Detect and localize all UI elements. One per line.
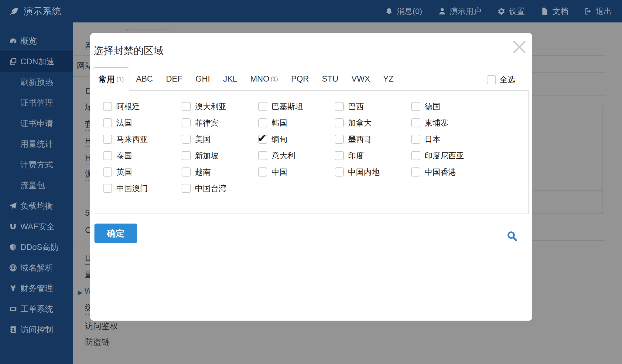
sidebar-subitem-证书申请[interactable]: 证书申请 [0,113,73,134]
sidebar-item-工单系统[interactable]: 工单系统 [0,299,73,319]
sidebar-subitem-证书管理[interactable]: 证书管理 [0,93,73,113]
sidebar-subitem-刷新预热[interactable]: 刷新预热 [0,72,73,93]
checkbox[interactable] [103,167,112,177]
sidebar-subitem-用量统计[interactable]: 用量统计 [0,134,73,154]
sidebar-subitem-计费方式[interactable]: 计费方式 [0,154,73,175]
tab-DEF[interactable]: DEF [166,74,183,84]
user-icon [438,7,446,15]
country-checkbox-印度[interactable]: 印度 [335,150,411,161]
tab-PQR[interactable]: PQR [291,74,309,84]
nav-item-[interactable]: 演示用户 [438,6,481,17]
checkbox[interactable] [182,102,191,111]
checkbox[interactable] [182,118,191,127]
checkbox[interactable] [487,75,496,84]
sidebar-item-WAF安全[interactable]: WAF安全 [0,216,73,237]
tab-STU[interactable]: STU [322,74,338,84]
sidebar-item-财务管理[interactable]: ¥财务管理 [0,278,73,299]
country-checkbox-缅甸[interactable]: ✔缅甸 [258,134,335,145]
country-checkbox-法国[interactable]: 法国 [103,118,182,128]
checkbox[interactable] [335,118,344,127]
checkbox[interactable] [411,167,420,177]
country-checkbox-英国[interactable]: 英国 [103,167,182,177]
country-checkbox-阿根廷[interactable]: 阿根廷 [103,101,182,112]
checkbox[interactable] [411,118,420,127]
ticket-icon [9,305,17,313]
tab-YZ[interactable]: YZ [383,74,394,84]
checkbox[interactable] [103,151,112,160]
country-checkbox-中国[interactable]: 中国 [258,167,335,177]
checkbox-checked[interactable]: ✔ [258,135,267,144]
country-checkbox-巴基斯坦[interactable]: 巴基斯坦 [258,101,335,112]
country-checkbox-加拿大[interactable]: 加拿大 [335,118,411,128]
country-checkbox-巴西[interactable]: 巴西 [335,101,411,112]
nav-item-[interactable]: 退出 [584,6,612,17]
checkbox[interactable] [103,184,112,193]
sidebar-nav: 概览CDN加速刷新预热证书管理证书申请用量统计计费方式流量包负载均衡WAF安全D… [0,22,73,340]
country-checkbox-日本[interactable]: 日本 [411,134,528,145]
country-checkbox-韩国[interactable]: 韩国 [258,118,335,128]
checkbox[interactable] [103,102,112,111]
sidebar-item-CDN加速[interactable]: CDN加速 [0,51,73,72]
country-checkbox-菲律宾[interactable]: 菲律宾 [182,118,258,128]
tab-common[interactable]: 常用 (1) [93,67,129,91]
country-checkbox-墨西哥[interactable]: 墨西哥 [335,134,411,145]
close-icon[interactable] [512,40,526,54]
tab-JKL[interactable]: JKL [223,74,238,84]
checkbox[interactable] [182,184,191,193]
country-checkbox-新加坡[interactable]: 新加坡 [182,150,258,161]
checkbox[interactable] [182,151,191,160]
leaf-icon [9,6,19,16]
sidebar-item-负载均衡[interactable]: 负载均衡 [0,196,73,216]
country-checkbox-中国香港[interactable]: 中国香港 [411,167,528,177]
checkbox[interactable] [335,135,344,144]
gear-icon [497,7,506,15]
select-all-checkbox[interactable]: 全选 [487,74,515,85]
search-icon[interactable] [507,231,518,242]
checkbox[interactable] [335,167,344,177]
tab-ABC[interactable]: ABC [136,74,153,84]
checkbox[interactable] [411,102,420,111]
nav-item-[interactable]: 文档 [541,6,568,17]
checkbox[interactable] [258,167,267,177]
checkmark-icon: ✔ [258,133,267,144]
app-title: 演示系统 [24,5,61,18]
sidebar-item-域名解析[interactable]: 域名解析 [0,258,73,278]
country-checkbox-澳大利亚[interactable]: 澳大利亚 [182,101,258,112]
checkbox[interactable] [103,135,112,144]
tab-GHI[interactable]: GHI [196,74,210,84]
sidebar-item-DDoS高防[interactable]: DDoS高防 [0,237,73,258]
country-checkbox-泰国[interactable]: 泰国 [103,150,182,161]
country-checkbox-马来西亚[interactable]: 马来西亚 [103,134,182,145]
sidebar-item-访问控制[interactable]: 访问控制 [0,319,73,340]
checkbox[interactable] [335,102,344,111]
nav-item-[interactable]: 设置 [497,6,525,17]
sidebar-item-概览[interactable]: 概览 [0,31,73,51]
country-checkbox-意大利[interactable]: 意大利 [258,150,335,161]
country-checkbox-柬埔寨[interactable]: 柬埔寨 [411,118,528,128]
checkbox[interactable] [335,151,344,160]
checkbox[interactable] [411,151,420,160]
country-checkbox-中国内地[interactable]: 中国内地 [335,167,411,177]
checkbox[interactable] [258,118,267,127]
checkbox[interactable] [411,135,420,144]
country-checkbox-印度尼西亚[interactable]: 印度尼西亚 [411,150,528,161]
nav-item-label: 演示用户 [450,6,481,17]
country-checkbox-越南[interactable]: 越南 [182,167,258,177]
logout-icon [584,7,593,15]
checkbox[interactable] [182,135,191,144]
country-checkbox-中国澳门[interactable]: 中国澳门 [103,183,182,194]
nav-item-0[interactable]: 消息(0) [385,6,422,17]
dashboard-icon [9,37,17,45]
confirm-button[interactable]: 确定 [94,224,137,243]
country-checkbox-美国[interactable]: 美国 [182,134,258,145]
tab-VWX[interactable]: VWX [351,74,370,84]
top-navbar: 演示系统 消息(0)演示用户设置文档退出 [0,0,622,22]
country-checkbox-中国台湾[interactable]: 中国台湾 [182,183,258,194]
country-checkbox-德国[interactable]: 德国 [411,101,528,112]
checkbox[interactable] [103,118,112,127]
checkbox[interactable] [258,102,267,111]
checkbox[interactable] [182,167,191,177]
tab-MNO[interactable]: MNO(1) [250,74,278,84]
checkbox[interactable] [258,151,267,160]
sidebar-subitem-流量包[interactable]: 流量包 [0,175,73,196]
